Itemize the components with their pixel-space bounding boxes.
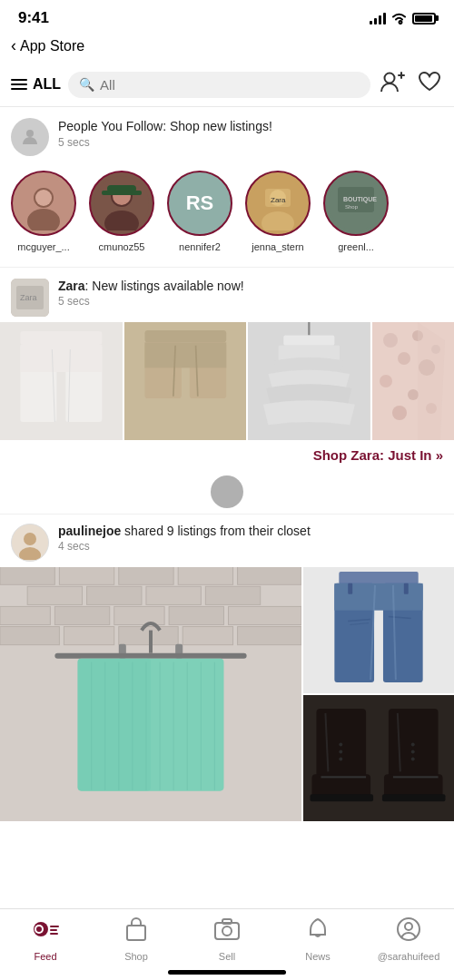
shop-tab-icon [123, 916, 149, 948]
tab-profile[interactable]: @sarahuifeed [377, 916, 440, 962]
svg-rect-27 [20, 331, 102, 345]
wishlist-icon-button[interactable] [416, 69, 443, 100]
svg-text:Zara: Zara [271, 196, 286, 204]
svg-rect-82 [78, 659, 151, 791]
hamburger-icon [11, 79, 27, 90]
svg-point-3 [26, 130, 34, 137]
svg-point-50 [408, 389, 419, 400]
svg-rect-64 [87, 586, 142, 604]
svg-rect-76 [238, 627, 301, 645]
svg-rect-108 [311, 794, 374, 801]
follower-avatar-jenna: Zara [245, 171, 311, 236]
paulinejoe-avatar-img [13, 525, 47, 560]
tab-shop[interactable]: Shop [104, 916, 168, 962]
paulinejoe-notification: paulinejoe shared 9 listings from their … [0, 514, 454, 567]
followers-icon-button[interactable] [378, 68, 407, 101]
paulinejoe-main-image[interactable] [0, 567, 301, 821]
svg-rect-68 [54, 606, 109, 624]
svg-point-121 [411, 758, 415, 761]
zara-image-pants[interactable] [0, 322, 123, 440]
svg-point-120 [411, 750, 415, 754]
svg-rect-73 [64, 627, 114, 645]
heart-icon [418, 71, 441, 93]
skirt-image [248, 322, 370, 440]
jeans-image [303, 567, 454, 693]
follower-avatar-greenl: BOUTIQUE Shop [323, 171, 389, 236]
zara-brand: Zara [58, 279, 85, 293]
follower-item[interactable]: Zara jenna_stern [245, 171, 311, 252]
svg-rect-101 [348, 583, 352, 594]
battery-icon [412, 13, 436, 24]
svg-point-130 [222, 926, 232, 936]
follower-item[interactable]: cmunoz55 [89, 171, 154, 252]
paulinejoe-bottom-right-image[interactable] [303, 695, 454, 821]
feed: People You Follow: Shop new listings! 5 … [0, 107, 454, 912]
zara-images [0, 322, 454, 440]
paulinejoe-time: 4 secs [58, 540, 311, 553]
follower-name: mcguyer_... [17, 241, 69, 252]
back-button[interactable]: ‹ App Store [11, 36, 84, 55]
search-input[interactable] [100, 77, 360, 93]
add-person-icon [380, 70, 405, 93]
followers-scroll[interactable]: mcguyer_... cmunoz55 RS nennifer2 [0, 163, 454, 267]
followers-notif-time: 5 secs [58, 136, 272, 149]
paulinejoe-top-right-image[interactable] [303, 567, 454, 693]
svg-rect-60 [119, 567, 173, 584]
zara-notif-title: Zara: New listings available now! [58, 279, 244, 293]
boots-image [303, 695, 454, 821]
zara-image-shorts[interactable] [124, 322, 247, 440]
svg-rect-97 [334, 583, 422, 611]
paulinejoe-username: paulinejoe [58, 524, 121, 538]
svg-point-116 [339, 743, 342, 747]
svg-rect-72 [0, 627, 59, 645]
svg-rect-71 [229, 606, 301, 624]
tab-news[interactable]: News [286, 916, 350, 962]
zara-image-skirt[interactable] [248, 322, 370, 440]
follower-initials: RS [186, 191, 214, 215]
zara-notif-subtitle: : New listings available now! [85, 279, 244, 293]
svg-rect-131 [222, 919, 232, 924]
svg-rect-75 [183, 627, 232, 645]
person-icon [19, 126, 41, 148]
follower-item[interactable]: mcguyer_... [11, 171, 76, 252]
shop-zara-link[interactable]: Shop Zara: Just In » [0, 440, 454, 472]
tab-shop-label: Shop [124, 951, 148, 962]
avatar-photo [16, 176, 71, 230]
zara-image-dress[interactable] [372, 322, 454, 440]
svg-point-47 [398, 352, 410, 365]
bell-icon [305, 916, 331, 942]
follower-item[interactable]: BOUTIQUE Shop greenl... [323, 171, 389, 252]
svg-rect-79 [54, 653, 246, 659]
news-tab-icon [305, 916, 331, 948]
svg-rect-128 [127, 926, 145, 940]
svg-rect-70 [169, 606, 223, 624]
svg-rect-115 [393, 776, 439, 778]
tab-news-label: News [305, 951, 331, 962]
followers-notif-avatar [11, 118, 49, 156]
search-box[interactable]: 🔍 [68, 72, 370, 98]
tab-feed[interactable]: Feed [14, 916, 77, 962]
status-bar: 9:41 [0, 0, 454, 33]
sell-tab-icon [213, 916, 241, 948]
svg-rect-114 [321, 776, 366, 778]
svg-rect-125 [50, 926, 59, 927]
all-label: ALL [33, 76, 61, 93]
svg-rect-34 [144, 330, 226, 342]
pants-image [0, 322, 123, 440]
svg-point-49 [380, 375, 392, 387]
shorts-image [124, 322, 247, 440]
avatar-photo: BOUTIQUE Shop [329, 176, 383, 230]
camera-icon [213, 916, 241, 942]
svg-point-134 [405, 923, 412, 930]
follower-avatar-nennifer: RS [167, 171, 232, 236]
tab-profile-label: @sarahuifeed [378, 951, 440, 962]
tab-sell[interactable]: Sell [195, 916, 259, 962]
follower-item[interactable]: RS nennifer2 [167, 171, 232, 252]
svg-rect-42 [284, 335, 335, 345]
follower-avatar-mcguyer [11, 171, 76, 236]
paulinejoe-action: shared 9 listings from their closet [121, 524, 311, 538]
shop-icon [123, 916, 149, 942]
svg-point-119 [411, 743, 415, 747]
all-filter-button[interactable]: ALL [11, 76, 61, 93]
svg-rect-61 [178, 567, 232, 584]
